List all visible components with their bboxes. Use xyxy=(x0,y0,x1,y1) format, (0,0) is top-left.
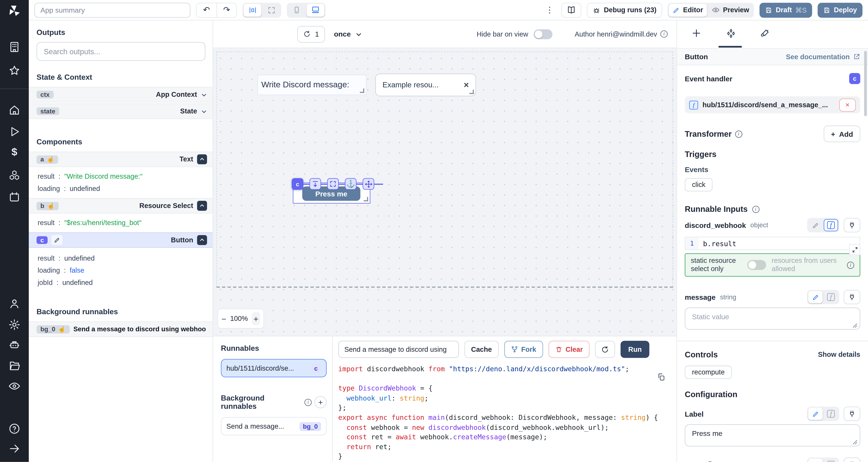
more-menu-button[interactable]: ⋮ xyxy=(544,5,556,15)
info-icon[interactable]: i xyxy=(752,206,759,213)
canvas-text-component[interactable]: Write Discord message: xyxy=(257,75,367,95)
undo-button[interactable]: ↶ xyxy=(196,3,216,17)
refresh-code-button[interactable] xyxy=(595,341,615,358)
chevron-down-icon[interactable] xyxy=(201,92,207,98)
runnable-name-input[interactable] xyxy=(338,341,459,358)
copy-code-icon[interactable] xyxy=(657,373,665,381)
add-transformer-button[interactable]: +Add xyxy=(824,126,860,142)
insert-below-button[interactable] xyxy=(309,178,321,190)
discord-webhook-expression[interactable]: 1 b.result xyxy=(685,237,860,250)
message-static-value-input[interactable] xyxy=(685,307,860,330)
pencil-icon[interactable] xyxy=(52,235,63,245)
move-component-button[interactable] xyxy=(363,178,374,190)
event-click-chip[interactable]: click xyxy=(685,178,713,191)
component-row-c[interactable]: c Button xyxy=(29,232,213,248)
label-value-input[interactable]: Press me xyxy=(685,424,860,446)
folders-icon[interactable] xyxy=(8,360,21,372)
search-outputs-input[interactable] xyxy=(37,42,205,61)
workers-robot-icon[interactable] xyxy=(8,339,21,351)
chevron-down-icon[interactable] xyxy=(201,108,207,114)
variables-dollar-icon[interactable]: $ xyxy=(11,146,17,158)
fork-button[interactable]: Fork xyxy=(504,341,543,358)
see-documentation-link[interactable]: See documentation xyxy=(786,53,860,61)
event-handler-runnable[interactable]: f hub/1511/discord/send_a_message_... × xyxy=(685,96,860,113)
app-canvas[interactable]: Write Discord message: Example resou... … xyxy=(213,48,677,336)
resize-handle[interactable] xyxy=(469,90,474,94)
expand-editor-icon[interactable] xyxy=(849,244,860,255)
show-details-link[interactable]: Show details xyxy=(818,351,860,359)
code-content[interactable]: import discordwebhook from "https://deno… xyxy=(338,365,670,462)
background-runnable-row[interactable]: bg_0☝ Send a message to discord using we… xyxy=(29,322,213,337)
run-button[interactable]: Run xyxy=(620,341,649,358)
refresh-count-button[interactable]: 1 xyxy=(297,26,325,42)
hide-bar-toggle[interactable] xyxy=(534,29,553,39)
docs-button[interactable] xyxy=(561,2,581,17)
recompute-chip[interactable]: recompute xyxy=(685,366,732,379)
connect-plug-button[interactable] xyxy=(844,218,860,232)
resize-handle[interactable] xyxy=(364,197,368,201)
tab-editor[interactable]: Editor xyxy=(669,4,707,16)
resources-from-users-toggle[interactable] xyxy=(747,260,766,270)
insert-component-tab[interactable] xyxy=(691,28,702,38)
tab-preview[interactable]: Preview xyxy=(708,4,753,16)
canvas-page-bottom-edge[interactable] xyxy=(216,287,673,288)
component-row-a[interactable]: a☝ Text xyxy=(29,152,213,167)
windmill-logo-icon[interactable] xyxy=(7,4,22,18)
chevron-up-icon[interactable] xyxy=(197,235,207,245)
remove-handler-button[interactable]: × xyxy=(839,98,856,111)
settings-gear-icon[interactable] xyxy=(8,319,21,331)
schedules-calendar-icon[interactable] xyxy=(8,191,21,203)
expr-mode-function-button[interactable]: f xyxy=(824,408,838,420)
app-summary-input[interactable] xyxy=(34,2,190,17)
info-icon[interactable]: i xyxy=(735,130,742,137)
help-icon[interactable] xyxy=(8,423,21,435)
zoom-out-button[interactable]: − xyxy=(221,314,226,324)
info-icon[interactable]: i xyxy=(847,261,854,269)
draft-button[interactable]: Draft ⌘S xyxy=(760,2,812,17)
favorites-star-icon[interactable] xyxy=(8,65,21,77)
add-background-runnable-button[interactable]: + xyxy=(314,396,327,408)
connect-plug-button[interactable] xyxy=(844,406,860,421)
redo-button[interactable]: ↷ xyxy=(216,3,236,17)
collapse-arrow-icon[interactable] xyxy=(8,442,21,455)
static-mode-pencil-button[interactable] xyxy=(808,291,823,303)
cache-button[interactable]: Cache xyxy=(465,341,499,358)
expr-mode-function-button[interactable]: f xyxy=(824,219,838,231)
canvas-resource-select-component[interactable]: Example resou... × xyxy=(375,73,476,96)
scrollbar-thumb[interactable] xyxy=(864,51,867,116)
output-row-state[interactable]: state State xyxy=(29,103,213,119)
runnable-item-selected[interactable]: hub/1511/discord/se... c xyxy=(221,359,327,377)
home-icon[interactable] xyxy=(8,104,21,116)
clear-button[interactable]: Clear xyxy=(548,341,590,358)
info-icon[interactable]: i xyxy=(706,461,713,462)
workspace-building-icon[interactable] xyxy=(8,41,21,53)
centered-layout-button[interactable] xyxy=(244,4,261,16)
output-row-ctx[interactable]: ctx App Context xyxy=(29,87,213,102)
deploy-button[interactable]: Deploy xyxy=(818,2,862,17)
clear-select-icon[interactable]: × xyxy=(464,80,469,90)
runs-play-icon[interactable] xyxy=(8,126,21,138)
connect-plug-button[interactable] xyxy=(844,457,860,462)
user-icon[interactable] xyxy=(8,298,21,310)
connect-plug-button[interactable] xyxy=(844,290,860,304)
fullwidth-layout-button[interactable] xyxy=(262,4,280,16)
info-icon[interactable]: i xyxy=(305,399,312,406)
run-mode-dropdown[interactable]: once xyxy=(334,30,362,38)
static-mode-pencil-button[interactable] xyxy=(808,219,823,231)
background-runnable-item[interactable]: Send a message... bg_0 xyxy=(221,417,327,435)
theme-brush-tab[interactable] xyxy=(760,28,770,38)
expand-component-button[interactable] xyxy=(327,178,339,190)
chevron-up-icon[interactable] xyxy=(197,201,207,211)
anchor-button[interactable]: ⚓ xyxy=(345,178,356,190)
resize-handle[interactable] xyxy=(360,89,364,93)
expr-mode-function-button[interactable]: f xyxy=(824,459,838,462)
chevron-up-icon[interactable] xyxy=(197,155,207,164)
resources-cubes-icon[interactable] xyxy=(8,169,21,182)
debug-runs-button[interactable]: Debug runs (23) xyxy=(587,2,662,17)
component-settings-tab[interactable] xyxy=(726,28,736,39)
desktop-view-button[interactable] xyxy=(307,4,324,16)
static-mode-pencil-button[interactable] xyxy=(808,408,823,420)
expr-mode-function-button[interactable]: f xyxy=(824,291,838,303)
mobile-view-button[interactable] xyxy=(288,4,306,16)
component-row-b[interactable]: b☝ Resource Select xyxy=(29,198,213,213)
